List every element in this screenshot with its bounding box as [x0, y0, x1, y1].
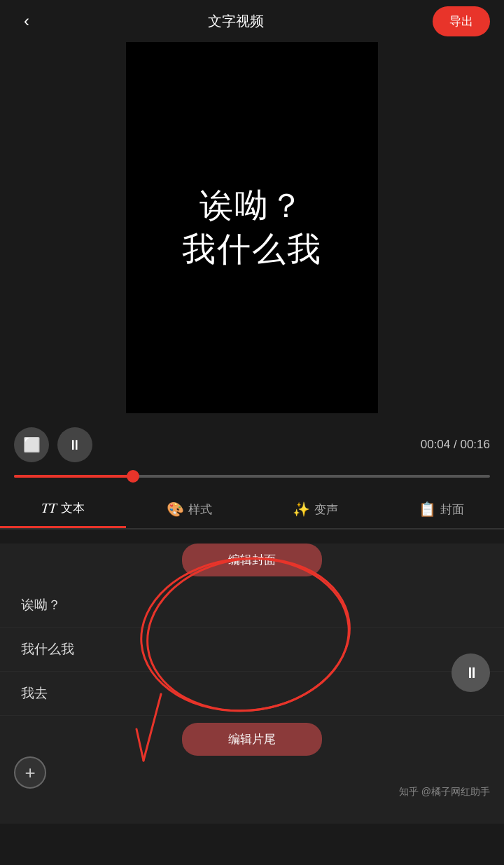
tab-cover[interactable]: 📋 封面	[378, 490, 504, 528]
stop-icon: ⬜	[23, 436, 41, 453]
tab-style[interactable]: 🎨 样式	[126, 490, 252, 528]
total-time: 00:16	[460, 438, 490, 451]
time-separator: /	[450, 438, 460, 451]
play-pause-right-icon: ⏸	[464, 664, 479, 682]
text-tab-icon: 𝑇𝑇	[41, 500, 57, 516]
page-title: 文字视频	[208, 12, 264, 31]
edit-tail-button[interactable]: 编辑片尾	[182, 723, 322, 756]
cover-tab-label: 封面	[440, 501, 464, 518]
text-item-1-label: 诶呦？	[21, 597, 61, 612]
control-buttons-group: ⬜ ⏸	[14, 427, 92, 462]
progress-bar-container[interactable]	[0, 469, 504, 483]
export-button[interactable]: 导出	[433, 6, 490, 36]
back-icon: ‹	[24, 11, 29, 31]
play-pause-right-button[interactable]: ⏸	[451, 653, 490, 692]
add-button[interactable]: +	[14, 756, 46, 789]
video-text-overlay: 诶呦？ 我什么我	[182, 184, 322, 272]
style-tab-label: 样式	[188, 501, 212, 518]
controls-bar: ⬜ ⏸ 00:04 / 00:16	[0, 420, 504, 469]
progress-track[interactable]	[14, 475, 490, 478]
video-canvas: 诶呦？ 我什么我	[126, 42, 378, 413]
cover-tab-icon: 📋	[419, 501, 436, 518]
pause-button[interactable]: ⏸	[57, 427, 92, 462]
pause-icon: ⏸	[68, 437, 82, 453]
list-item[interactable]: 我去	[0, 672, 504, 716]
voice-tab-label: 变声	[314, 501, 338, 518]
progress-thumb	[127, 470, 139, 483]
stop-button[interactable]: ⬜	[14, 427, 49, 462]
text-items-list: 诶呦？ 我什么我 我去	[0, 576, 504, 723]
bottom-panel: 编辑封面 诶呦？ 我什么我 我去 编辑片尾 ⏸ + 知乎 @橘子网红助手	[0, 544, 504, 824]
back-button[interactable]: ‹	[14, 8, 39, 34]
text-item-3-label: 我去	[21, 686, 48, 700]
svg-line-2	[136, 729, 144, 761]
voice-tab-icon: ✨	[293, 501, 310, 518]
list-item[interactable]: 我什么我	[0, 628, 504, 672]
current-time: 00:04	[421, 438, 451, 451]
progress-fill	[14, 475, 133, 478]
text-item-2-label: 我什么我	[21, 642, 74, 656]
time-display: 00:04 / 00:16	[421, 438, 490, 452]
tab-text[interactable]: 𝑇𝑇 文本	[0, 490, 126, 528]
video-text-line2: 我什么我	[182, 228, 322, 271]
edit-cover-button[interactable]: 编辑封面	[182, 544, 322, 576]
style-tab-icon: 🎨	[167, 501, 184, 518]
watermark: 知乎 @橘子网红助手	[399, 786, 490, 798]
app-header: ‹ 文字视频 导出	[0, 0, 504, 42]
video-text-line1: 诶呦？	[182, 184, 322, 228]
bottom-panel-inner: 编辑封面 诶呦？ 我什么我 我去 编辑片尾 ⏸ + 知乎 @橘子网红助手	[0, 544, 504, 810]
text-tab-label: 文本	[61, 500, 85, 516]
video-preview-area: 诶呦？ 我什么我	[0, 42, 504, 420]
list-item[interactable]: 诶呦？	[0, 583, 504, 628]
add-icon: +	[24, 762, 35, 784]
tab-bar: 𝑇𝑇 文本 🎨 样式 ✨ 变声 📋 封面	[0, 490, 504, 530]
tab-voice[interactable]: ✨ 变声	[252, 490, 378, 528]
